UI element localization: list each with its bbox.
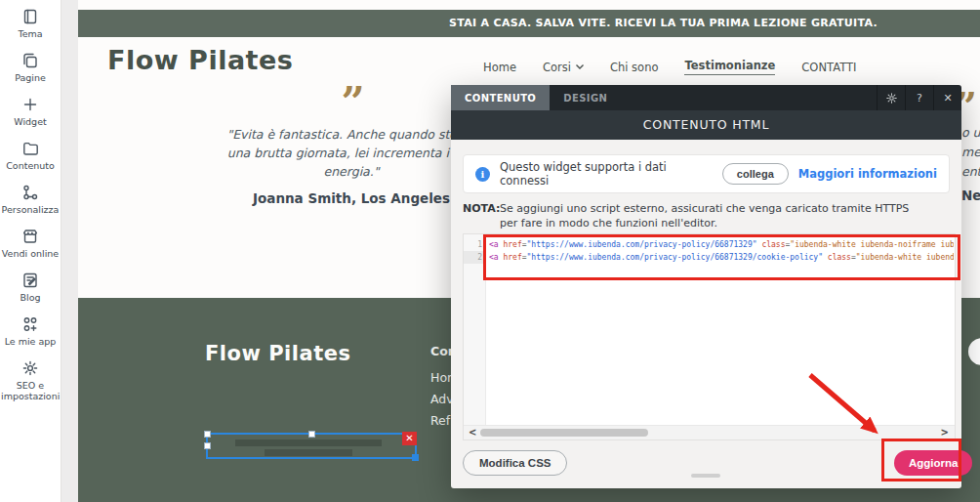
- nav-item-home[interactable]: Home: [483, 61, 516, 74]
- more-info-link[interactable]: Maggiori informazioni: [798, 167, 937, 181]
- sidebar-item-le-mie-app[interactable]: Le mie app: [0, 315, 61, 347]
- sidebar-item-label: SEO e impostazioni: [1, 380, 60, 401]
- announcement-banner: STAI A CASA. SALVA VITE. RICEVI LA TUA P…: [78, 10, 980, 37]
- widget-content-placeholder: [265, 449, 352, 456]
- help-icon[interactable]: ?: [905, 85, 933, 110]
- site-nav: Home Corsi Chi sono Testimonianze CONTAT…: [483, 59, 856, 75]
- note-label: NOTA:: [463, 202, 500, 215]
- dialog-tabbar: CONTENUTO DESIGN ? ✕: [451, 85, 961, 110]
- resize-handle[interactable]: [204, 431, 211, 438]
- blog-icon: [21, 272, 39, 289]
- html-code-editor[interactable]: 1 2 <a href="https://www.iubenda.com/pri…: [463, 233, 956, 440]
- scroll-right-arrow[interactable]: >: [941, 426, 949, 439]
- code-token: "https://www.iubenda.com/privacy-policy/…: [527, 240, 757, 249]
- code-area[interactable]: <a href="https://www.iubenda.com/privacy…: [489, 238, 954, 426]
- note-text: Se aggiungi uno script esterno, assicura…: [500, 202, 929, 230]
- resize-handle[interactable]: [204, 442, 211, 449]
- code-token: <a: [489, 240, 503, 249]
- dialog-resize-handle[interactable]: [691, 474, 720, 478]
- folder-icon: [21, 140, 39, 157]
- sidebar-item-widget[interactable]: Widget: [0, 96, 61, 127]
- collega-button[interactable]: collega: [722, 163, 789, 185]
- settings-gear-icon[interactable]: [877, 85, 905, 110]
- code-line-1: <a href="https://www.iubenda.com/privacy…: [489, 238, 954, 251]
- sidebar-item-label: Pagine: [15, 72, 46, 83]
- nav-item-chi-sono[interactable]: Chi sono: [610, 61, 659, 74]
- code-token: class: [828, 253, 851, 262]
- horizontal-scrollbar[interactable]: < >: [464, 425, 955, 439]
- nav-item-contatti[interactable]: CONTATTI: [801, 61, 856, 74]
- code-token: "https://www.iubenda.com/privacy-policy/…: [527, 253, 823, 262]
- code-line-2: <a href="https://www.iubenda.com/privacy…: [489, 251, 954, 264]
- resize-handle[interactable]: [412, 454, 419, 461]
- sidebar-item-label: Widget: [14, 116, 46, 127]
- modifica-css-button[interactable]: Modifica CSS: [463, 450, 567, 476]
- gear-icon: [21, 359, 39, 377]
- announcement-text: STAI A CASA. SALVA VITE. RICEVI LA TUA P…: [347, 10, 980, 37]
- testimonial-author: New: [961, 188, 980, 203]
- plus-icon: [21, 96, 39, 113]
- nav-item-testimonianze[interactable]: Testimonianze: [684, 59, 775, 75]
- testimonial-fragment: o u me ent: [961, 123, 980, 182]
- close-icon[interactable]: ✕: [933, 85, 961, 110]
- sidebar-item-label: Contenuto: [6, 160, 55, 171]
- sidebar-item-label: Le mie app: [5, 336, 57, 347]
- sidebar-item-tema[interactable]: Tema: [0, 8, 61, 39]
- chevron-down-icon: [576, 64, 584, 69]
- theme-icon: [21, 8, 39, 25]
- scroll-left-arrow[interactable]: <: [469, 426, 476, 439]
- scrollbar-thumb[interactable]: [480, 429, 648, 437]
- nav-item-label: Corsi: [543, 61, 571, 74]
- code-token: class: [761, 240, 785, 249]
- code-token: href: [503, 253, 521, 262]
- sidebar-item-label: Personalizza: [2, 204, 60, 215]
- aggiorna-button[interactable]: Aggiorna: [894, 450, 972, 476]
- delete-widget-button[interactable]: ✕: [402, 432, 417, 445]
- tab-design[interactable]: DESIGN: [550, 85, 621, 110]
- widget-content-placeholder: [235, 439, 382, 446]
- sidebar-item-label: Blog: [20, 292, 41, 303]
- tabbar-spacer: [621, 85, 877, 110]
- code-token: href: [503, 240, 521, 249]
- apps-icon: [21, 315, 39, 333]
- store-icon: [21, 228, 39, 245]
- sidebar-item-vendi-online[interactable]: Vendi online: [0, 228, 61, 259]
- sidebar-item-contenuto[interactable]: Contenuto: [0, 140, 61, 171]
- sidebar-item-label: Vendi online: [2, 248, 59, 259]
- code-token: "iubenda-white iubenda-noiframe iubend: [790, 240, 954, 249]
- code-token: "iubenda-white iubenda-n: [856, 253, 954, 262]
- line-number-gutter: 1 2: [464, 234, 486, 426]
- footer-logo: Flow Pilates: [205, 342, 350, 365]
- testimonial-line: me: [961, 143, 980, 162]
- footer-social-circle[interactable]: [968, 338, 980, 365]
- selected-widget[interactable]: ✕: [206, 433, 417, 459]
- pages-icon: [21, 52, 39, 69]
- editor-sidebar: Tema Pagine Widget Contenuto Personalizz…: [0, 0, 61, 502]
- sidebar-item-blog[interactable]: Blog: [0, 272, 61, 303]
- sidebar-item-label: Tema: [18, 28, 42, 39]
- html-content-dialog: CONTENUTO DESIGN ? ✕ CONTENUTO HTML i Qu…: [451, 85, 961, 488]
- tab-contenuto[interactable]: CONTENUTO: [451, 85, 550, 110]
- nodes-icon: [21, 184, 39, 201]
- webnode-editor: { "colors": { "banner_green": "#5d6a60",…: [0, 0, 980, 502]
- nav-item-corsi[interactable]: Corsi: [543, 61, 584, 74]
- site-logo[interactable]: Flow Pilates: [107, 45, 293, 75]
- sidebar-item-seo[interactable]: SEO e impostazioni: [0, 359, 61, 401]
- info-icon: i: [475, 167, 490, 182]
- sidebar-item-pagine[interactable]: Pagine: [0, 52, 61, 83]
- connected-data-info-card: i Questo widget supporta i dati connessi…: [463, 154, 950, 193]
- info-text: Questo widget supporta i dati connessi: [500, 160, 713, 188]
- line-number: 2: [464, 251, 485, 264]
- sidebar-item-personalizza[interactable]: Personalizza: [0, 184, 61, 215]
- code-token: <a: [489, 253, 503, 262]
- resize-handle[interactable]: [308, 431, 315, 438]
- dialog-title: CONTENUTO HTML: [451, 110, 961, 140]
- testimonial-line: ent: [961, 162, 980, 182]
- testimonial-line: o u: [961, 123, 980, 143]
- line-number: 1: [465, 238, 482, 251]
